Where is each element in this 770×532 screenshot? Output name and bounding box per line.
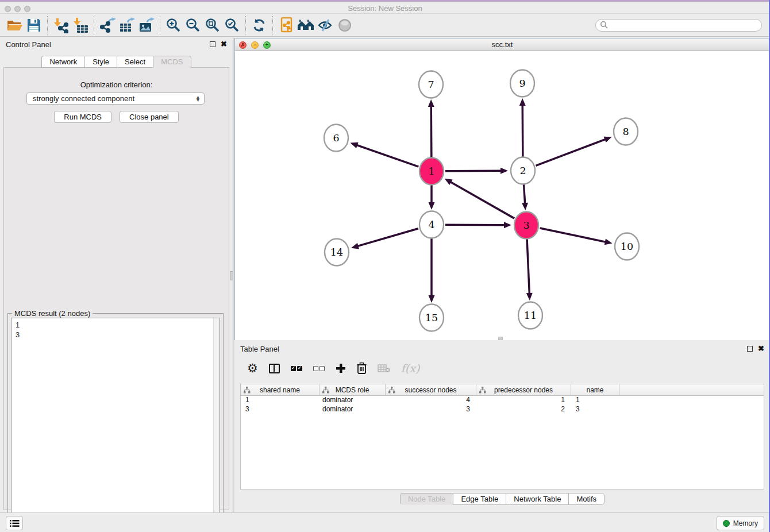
node-14[interactable]: 14 xyxy=(325,239,349,266)
import-network-icon[interactable] xyxy=(51,16,71,35)
hide-details-icon[interactable] xyxy=(315,16,335,35)
node-8[interactable]: 8 xyxy=(614,118,638,145)
column-header-successor-nodes[interactable]: successor nodes xyxy=(386,384,476,395)
edge-1-6[interactable] xyxy=(351,142,419,167)
refresh-icon[interactable] xyxy=(249,16,269,35)
column-header-predecessor-nodes[interactable]: predecessor nodes xyxy=(476,384,571,395)
criterion-dropdown[interactable]: strongly connected component ▲▼ xyxy=(26,92,205,105)
node-6[interactable]: 6 xyxy=(324,125,348,152)
edge-3-10[interactable] xyxy=(540,228,612,245)
optimization-criterion-label: Optimization criterion: xyxy=(4,80,229,89)
close-panel-icon[interactable]: ✖ xyxy=(758,346,764,352)
cell-MCDS-role[interactable]: dominator xyxy=(319,405,386,414)
node-3[interactable]: 3 xyxy=(514,212,538,239)
zoom-in-icon[interactable] xyxy=(164,16,183,35)
close-panel-icon[interactable]: ✖ xyxy=(221,41,227,47)
node-label: 4 xyxy=(428,219,434,230)
node-1[interactable]: 1 xyxy=(419,158,444,185)
cell-shared-name[interactable]: 1 xyxy=(241,396,319,405)
column-header-name[interactable]: name xyxy=(571,384,619,395)
tab-style[interactable]: Style xyxy=(84,56,117,68)
cell-name[interactable]: 3 xyxy=(571,405,619,414)
node-11[interactable]: 11 xyxy=(518,302,542,329)
clone-network-icon[interactable] xyxy=(276,16,296,35)
node-15[interactable]: 15 xyxy=(419,304,444,331)
node-table[interactable]: shared nameMCDS rolesuccessor nodesprede… xyxy=(240,384,764,489)
cell-successor-nodes[interactable]: 4 xyxy=(386,396,476,405)
open-session-icon[interactable] xyxy=(5,16,24,35)
network-window-titlebar[interactable]: ✗ − + scc.txt xyxy=(235,38,769,51)
edge-2-9[interactable] xyxy=(519,98,526,157)
search-field[interactable] xyxy=(595,19,762,32)
network-graph[interactable]: 7968124314101511 xyxy=(235,51,769,340)
edge-2-8[interactable] xyxy=(536,137,611,166)
tab-motifs[interactable]: Motifs xyxy=(568,493,605,505)
cell-successor-nodes[interactable]: 3 xyxy=(386,405,476,414)
import-table-icon[interactable] xyxy=(71,16,90,35)
tab-select[interactable]: Select xyxy=(117,56,153,68)
node-7[interactable]: 7 xyxy=(419,71,443,98)
close-panel-button[interactable]: Close panel xyxy=(120,111,179,123)
edge-3-11[interactable] xyxy=(526,239,533,300)
node-label: 3 xyxy=(523,219,529,231)
column-header-shared-name[interactable]: shared name xyxy=(241,384,319,395)
delete-row-icon[interactable] xyxy=(357,363,367,374)
node-label: 7 xyxy=(428,79,434,90)
cell-predecessor-nodes[interactable]: 2 xyxy=(476,405,571,414)
tab-node-table[interactable]: Node Table xyxy=(400,493,453,505)
function-builder-icon: f(x) xyxy=(401,362,420,375)
zoom-selected-icon[interactable] xyxy=(222,16,242,35)
edge-1-2[interactable] xyxy=(445,168,508,174)
tab-edge-table[interactable]: Edge Table xyxy=(453,493,506,505)
column-header-filler xyxy=(619,384,764,395)
column-header-MCDS-role[interactable]: MCDS role xyxy=(319,384,386,395)
edge-4-3[interactable] xyxy=(445,222,511,228)
node-2[interactable]: 2 xyxy=(511,157,535,184)
cell-shared-name[interactable]: 3 xyxy=(241,405,319,414)
float-panel-icon[interactable] xyxy=(210,41,215,47)
export-network-icon[interactable] xyxy=(98,16,117,35)
cell-predecessor-nodes[interactable]: 1 xyxy=(476,396,571,405)
home-icon[interactable] xyxy=(296,16,315,35)
network-window-title: scc.txt xyxy=(235,40,769,49)
edge-4-15[interactable] xyxy=(429,238,435,303)
tab-network-table[interactable]: Network Table xyxy=(506,493,568,505)
deselect-all-icon[interactable] xyxy=(313,366,325,371)
edge-2-3[interactable] xyxy=(522,184,528,210)
network-canvas[interactable]: 7968124314101511 xyxy=(235,51,769,340)
node-10[interactable]: 10 xyxy=(615,233,639,260)
export-table-icon[interactable] xyxy=(117,16,137,35)
memory-button[interactable]: Memory xyxy=(717,516,764,530)
float-panel-icon[interactable] xyxy=(747,346,753,352)
node-label: 10 xyxy=(621,241,633,252)
table-row[interactable]: 3dominator323 xyxy=(241,405,764,414)
birds-eye-icon[interactable] xyxy=(335,16,355,35)
table-settings-icon[interactable]: ⚙ xyxy=(247,361,258,375)
select-all-icon[interactable]: ✓✓ xyxy=(291,366,302,371)
tab-network[interactable]: Network xyxy=(41,56,84,68)
export-image-icon[interactable] xyxy=(137,16,156,35)
cell-name[interactable]: 1 xyxy=(571,396,619,405)
result-scrollbar[interactable] xyxy=(213,318,220,527)
edge-1-4[interactable] xyxy=(429,185,435,210)
node-label: 8 xyxy=(622,126,629,137)
zoom-fit-icon[interactable] xyxy=(203,16,222,35)
edge-3-1[interactable] xyxy=(445,179,515,218)
table-row[interactable]: 1dominator411 xyxy=(241,396,764,405)
mcds-result-text[interactable]: 1 3 xyxy=(11,318,220,528)
run-mcds-button[interactable]: Run MCDS xyxy=(54,111,111,123)
show-columns-icon[interactable] xyxy=(269,364,280,373)
edge-4-14[interactable] xyxy=(351,229,418,249)
node-9[interactable]: 9 xyxy=(510,70,534,97)
node-4[interactable]: 4 xyxy=(419,211,444,238)
task-history-button[interactable] xyxy=(6,516,23,530)
horizontal-splitter-grip[interactable] xyxy=(498,337,503,340)
cell-MCDS-role[interactable]: dominator xyxy=(319,396,386,405)
save-session-icon[interactable] xyxy=(24,16,44,35)
add-row-icon[interactable] xyxy=(336,363,346,373)
zoom-out-icon[interactable] xyxy=(183,16,203,35)
edge-1-7[interactable] xyxy=(428,99,434,157)
splitter-grip[interactable] xyxy=(230,271,233,280)
tab-mcds[interactable]: MCDS xyxy=(153,56,191,68)
search-input[interactable] xyxy=(609,20,761,30)
